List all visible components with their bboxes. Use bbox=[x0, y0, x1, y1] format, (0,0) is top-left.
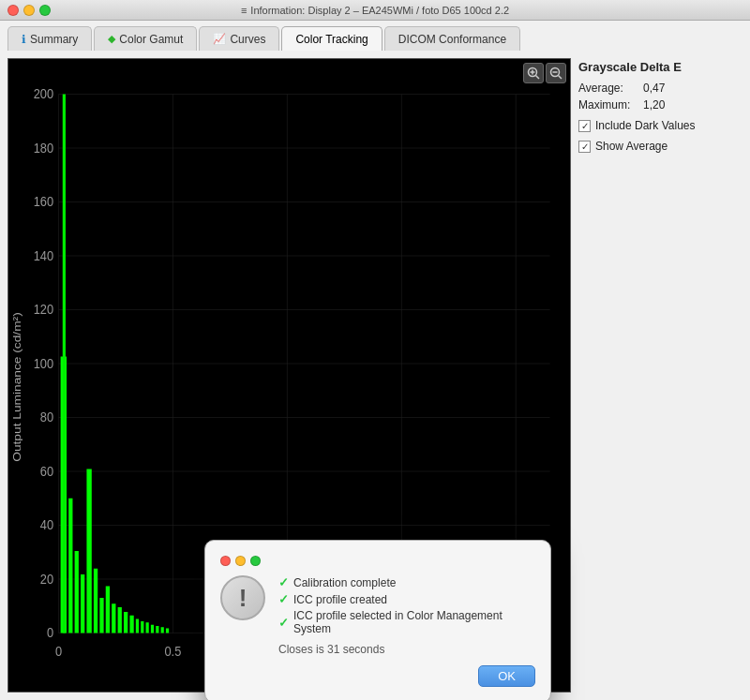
tab-color-gamut-label: Color Gamut bbox=[119, 33, 183, 46]
svg-rect-41 bbox=[68, 499, 72, 633]
tab-color-tracking-label: Color Tracking bbox=[295, 33, 368, 46]
svg-rect-52 bbox=[136, 619, 139, 633]
maximize-button[interactable] bbox=[39, 5, 51, 16]
dialog-footer: OK bbox=[278, 665, 535, 687]
svg-rect-53 bbox=[141, 621, 143, 633]
close-button[interactable] bbox=[8, 5, 19, 16]
panel-title: Grayscale Delta E bbox=[578, 60, 742, 74]
dialog-content: ✓ Calibration complete ✓ ICC profile cre… bbox=[278, 575, 535, 687]
titlebar-text: Information: Display 2 – EA245WMi / foto… bbox=[250, 5, 509, 16]
summary-icon: ℹ bbox=[22, 33, 26, 46]
zoom-in-button[interactable] bbox=[523, 63, 544, 83]
svg-rect-44 bbox=[86, 469, 91, 633]
maximum-value: 1,20 bbox=[643, 98, 665, 112]
dialog-item-3: ✓ ICC profile selected in Color Manageme… bbox=[278, 609, 535, 635]
svg-text:0: 0 bbox=[55, 644, 62, 660]
dialog-item-1-text: Calibration complete bbox=[293, 576, 396, 589]
tab-dicom-label: DICOM Conformance bbox=[398, 33, 506, 46]
titlebar: ≡ Information: Display 2 – EA245WMi / fo… bbox=[0, 0, 750, 21]
average-label: Average: bbox=[578, 82, 639, 95]
svg-rect-51 bbox=[129, 616, 133, 633]
dialog-item-2: ✓ ICC profile created bbox=[278, 592, 535, 606]
svg-text:200: 200 bbox=[34, 86, 54, 102]
tabbar: ℹ Summary ◆ Color Gamut 📈 Curves Color T… bbox=[0, 21, 750, 51]
zoom-out-button[interactable] bbox=[546, 63, 566, 83]
dialog-item-1: ✓ Calibration complete bbox=[278, 575, 535, 589]
average-row: Average: 0,47 bbox=[578, 82, 742, 95]
svg-rect-43 bbox=[81, 574, 84, 633]
svg-text:160: 160 bbox=[34, 194, 54, 210]
svg-rect-46 bbox=[99, 598, 103, 633]
show-average-checkbox[interactable]: ✓ bbox=[578, 141, 591, 153]
svg-rect-57 bbox=[161, 627, 164, 633]
zoom-controls bbox=[523, 63, 566, 83]
svg-line-1 bbox=[536, 76, 540, 80]
zoom-out-icon bbox=[549, 67, 562, 80]
ok-button[interactable]: OK bbox=[478, 665, 535, 687]
svg-text:20: 20 bbox=[40, 571, 53, 587]
color-gamut-icon: ◆ bbox=[108, 33, 115, 45]
svg-text:0.5: 0.5 bbox=[165, 644, 182, 660]
dialog-min-button[interactable] bbox=[235, 556, 246, 566]
include-dark-values-row[interactable]: ✓ Include Dark Values bbox=[578, 119, 742, 132]
svg-text:140: 140 bbox=[34, 247, 54, 263]
svg-rect-49 bbox=[118, 607, 122, 633]
show-average-row[interactable]: ✓ Show Average bbox=[578, 140, 742, 153]
svg-rect-47 bbox=[106, 587, 110, 633]
tab-summary-label: Summary bbox=[30, 33, 78, 46]
svg-line-5 bbox=[559, 76, 562, 80]
titlebar-icon: ≡ bbox=[241, 5, 247, 16]
svg-text:100: 100 bbox=[34, 355, 54, 371]
include-dark-values-label: Include Dark Values bbox=[595, 119, 696, 132]
svg-text:80: 80 bbox=[40, 410, 53, 425]
svg-rect-58 bbox=[166, 629, 169, 633]
zoom-in-icon bbox=[527, 67, 540, 80]
svg-rect-59 bbox=[63, 95, 66, 633]
tab-color-tracking[interactable]: Color Tracking bbox=[281, 26, 382, 51]
tab-color-gamut[interactable]: ◆ Color Gamut bbox=[94, 26, 197, 51]
svg-rect-54 bbox=[146, 622, 149, 633]
include-dark-values-checkbox[interactable]: ✓ bbox=[578, 120, 591, 132]
svg-rect-48 bbox=[112, 603, 115, 633]
dialog-close-button[interactable] bbox=[220, 556, 231, 566]
minimize-button[interactable] bbox=[23, 5, 35, 16]
svg-text:0: 0 bbox=[47, 625, 53, 641]
check-icon-2: ✓ bbox=[278, 592, 289, 606]
svg-rect-45 bbox=[94, 569, 98, 633]
maximum-label: Maximum: bbox=[578, 98, 639, 112]
check-icon-1: ✓ bbox=[278, 575, 289, 589]
tab-curves[interactable]: 📈 Curves bbox=[199, 26, 279, 51]
svg-rect-50 bbox=[124, 612, 128, 633]
svg-rect-55 bbox=[151, 625, 154, 633]
titlebar-buttons bbox=[8, 5, 51, 16]
dialog-titlebar-buttons bbox=[220, 556, 261, 566]
maximum-row: Maximum: 1,20 bbox=[578, 98, 742, 112]
check-icon-3: ✓ bbox=[278, 616, 289, 630]
curves-icon: 📈 bbox=[213, 33, 226, 45]
window-title: ≡ Information: Display 2 – EA245WMi / fo… bbox=[241, 5, 509, 16]
svg-text:180: 180 bbox=[34, 140, 54, 156]
right-panel: Grayscale Delta E Average: 0,47 Maximum:… bbox=[578, 58, 742, 693]
show-average-label: Show Average bbox=[595, 140, 668, 153]
average-value: 0,47 bbox=[643, 82, 665, 95]
tab-dicom[interactable]: DICOM Conformance bbox=[384, 26, 520, 51]
tab-summary[interactable]: ℹ Summary bbox=[8, 26, 92, 51]
dialog-titlebar bbox=[220, 556, 535, 566]
svg-text:40: 40 bbox=[40, 517, 53, 533]
tab-curves-label: Curves bbox=[230, 33, 265, 46]
dialog: ! ✓ Calibration complete ✓ ICC profile c… bbox=[204, 540, 551, 700]
svg-rect-56 bbox=[156, 626, 158, 633]
dialog-max-button[interactable] bbox=[250, 556, 261, 566]
svg-text:120: 120 bbox=[34, 302, 54, 318]
dialog-item-3-text: ICC profile selected in Color Management… bbox=[293, 609, 535, 635]
dialog-warning-icon: ! bbox=[220, 575, 265, 620]
dialog-item-2-text: ICC profile created bbox=[293, 593, 387, 606]
svg-text:60: 60 bbox=[40, 463, 53, 479]
dialog-body: ! ✓ Calibration complete ✓ ICC profile c… bbox=[220, 575, 535, 687]
y-axis-label: Output Luminance (cd/m²) bbox=[10, 312, 23, 462]
dialog-timer: Closes is 31 seconds bbox=[278, 643, 535, 656]
svg-rect-42 bbox=[75, 551, 79, 633]
